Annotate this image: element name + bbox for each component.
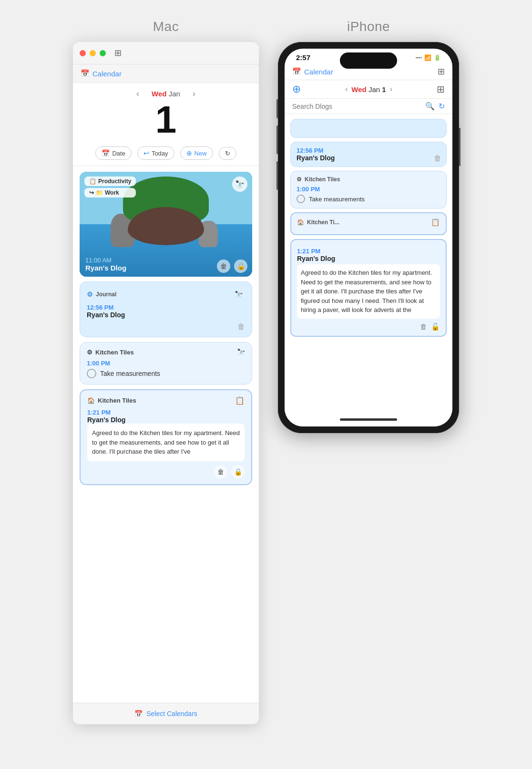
binoculars-icon[interactable]: 🔭 (232, 177, 247, 192)
today-button[interactable]: ↩ Today (137, 146, 174, 160)
new-button[interactable]: ⊕ New (180, 146, 213, 160)
iphone-date-display: Wed Jan 1 (351, 85, 386, 94)
lock-event-button[interactable]: 🔒 (234, 260, 247, 273)
iphone-date-nav: ‹ Wed Jan 1 › (345, 85, 392, 94)
note-actions: 🗑 🔒 (87, 465, 245, 478)
iphone-frame: 2:57 ···· 📶 🔋 📅 Calendar ⊞ ⊕ (278, 42, 459, 433)
iphone-note-actions: 🗑 🔓 (297, 322, 440, 331)
home-indicator (340, 418, 397, 421)
iphone-note-label: 🏠 Kitchen Ti... (297, 219, 339, 226)
iphone-note-copy-button[interactable]: 🔓 (431, 322, 440, 331)
power-button[interactable] (459, 128, 460, 166)
iphone-journal-title: Ryan's Dlog (297, 154, 440, 162)
mac-toolbar: 📅 Date ↩ Today ⊕ New ↻ (73, 143, 259, 166)
iphone-task-text: Take measurements (309, 196, 365, 203)
volume-down-button[interactable] (276, 161, 278, 190)
iphone-note-body: Agreed to do the Kitchen tiles for my ap… (297, 264, 440, 319)
note-card: 🏠 Kitchen Tiles 📋 1:21 PM Ryan's Dlog Ag… (80, 389, 252, 485)
iphone-main-note-card: 1:21 PM Ryan's Dlog Agreed to do the Kit… (290, 239, 447, 337)
iphone-events-list[interactable]: 12:56 PM Ryan's Dlog 🗑 ⚙ Kitchen Tiles 1… (285, 114, 452, 412)
delete-event-button[interactable]: 🗑 (217, 260, 230, 273)
iphone-search-row: 🔍 ↻ (285, 99, 452, 114)
minimize-button[interactable] (90, 50, 96, 56)
journal-text: Journal (96, 291, 116, 298)
note-copy-button[interactable]: 🔒 (231, 465, 245, 478)
journal-action-button[interactable]: 🔭 (232, 288, 245, 301)
day-label: Wed (152, 90, 166, 98)
iphone-grid-button[interactable]: ⊞ (437, 83, 445, 95)
note-category-label: 🏠 Kitchen Tiles (87, 397, 136, 404)
iphone-note-clipboard-icon: 📋 (431, 218, 440, 227)
select-calendars-label[interactable]: Select Calendars (146, 710, 197, 717)
new-icon: ⊕ (186, 149, 192, 157)
note-body: Agreed to do the Kitchen tiles for my ap… (87, 424, 245, 461)
journal-label: ⚙ Journal (87, 291, 116, 298)
iphone-search-icon: 🔍 (425, 102, 435, 111)
iphone-note-delete-button[interactable]: 🗑 (420, 322, 427, 331)
date-button[interactable]: 📅 Date (95, 146, 131, 160)
wifi-icon: 📶 (424, 54, 431, 61)
iphone-note-author: Ryan's Dlog (297, 255, 440, 262)
iphone-time: 2:57 (296, 53, 310, 62)
prev-date-button[interactable]: ‹ (133, 87, 143, 101)
journal-card: ⚙ Journal 🔭 12:56 PM Ryan's Dlog 🗑 (80, 281, 252, 337)
journal-delete-button[interactable]: 🗑 (237, 322, 245, 331)
note-home-icon: 🏠 (87, 397, 95, 404)
next-date-button[interactable]: › (189, 87, 199, 101)
iphone-note-header: 🏠 Kitchen Ti... 📋 (297, 218, 440, 227)
calendar-label: Calendar (92, 70, 122, 78)
journal-card-header: ⚙ Journal 🔭 (87, 288, 245, 301)
iphone-sidebar-button[interactable]: ⊞ (438, 66, 445, 77)
iphone-note-category: Kitchen Ti... (307, 219, 339, 226)
status-icons: ···· 📶 🔋 (416, 54, 441, 61)
note-category-text: Kitchen Tiles (98, 397, 136, 404)
note-right-icon: 📋 (235, 396, 245, 405)
calendar-icon: 📅 (81, 69, 90, 78)
iphone-search-input[interactable] (292, 103, 421, 110)
iphone-task-card: ⚙ Kitchen Tiles 1:00 PM Take measurement… (290, 171, 447, 208)
mute-button[interactable] (276, 99, 278, 118)
iphone-day: Wed (351, 85, 366, 94)
note-card-header: 🏠 Kitchen Tiles 📋 (87, 396, 245, 405)
productivity-icon: 📋 (89, 178, 96, 185)
iphone-title: iPhone (347, 19, 390, 34)
mac-events-list[interactable]: 📋 Productivity ↪ 📁 Work 🔭 11:00 AM Ryan'… (73, 166, 259, 703)
sidebar-toggle-icon[interactable]: ⊞ (114, 48, 122, 58)
productivity-badge: 📋 Productivity (84, 177, 136, 186)
iphone-cal-nav: ⊕ ‹ Wed Jan 1 › ⊞ (285, 80, 452, 99)
work-badge: ↪ 📁 Work (84, 188, 136, 197)
event-labels: 📋 Productivity ↪ 📁 Work (84, 177, 136, 197)
refresh-button[interactable]: ↻ (219, 147, 236, 160)
iphone-month: Jan (368, 85, 382, 94)
note-delete-button[interactable]: 🗑 (214, 465, 227, 478)
iphone-journal-delete-button[interactable]: 🗑 (434, 154, 441, 163)
maximize-button[interactable] (100, 50, 106, 56)
date-button-label: Date (112, 150, 125, 157)
iphone-prev-button[interactable]: ‹ (345, 85, 348, 94)
task-checkbox[interactable] (87, 369, 96, 378)
iphone-task-checkbox[interactable] (297, 195, 305, 203)
close-button[interactable] (80, 50, 86, 56)
iphone-task-header: ⚙ Kitchen Tiles (297, 176, 440, 183)
iphone-add-button[interactable]: ⊕ (292, 83, 301, 95)
iphone-note-time: 1:21 PM (297, 248, 440, 255)
iphone-task-category: Kitchen Tiles (305, 176, 340, 183)
iphone-task-icon: ⚙ (297, 176, 302, 183)
event-card-actions: 🗑 🔒 (217, 260, 247, 273)
iphone-next-button[interactable]: › (390, 85, 392, 94)
task-category-text: Kitchen Tiles (95, 349, 134, 356)
sub-icon: ↪ (89, 189, 94, 196)
iphone-section: iPhone 2:57 ···· 📶 🔋 📅 Calendar (278, 19, 459, 433)
date-display: Wed Jan (152, 90, 180, 98)
iphone-refresh-icon[interactable]: ↻ (439, 102, 445, 111)
date-number: 1 (155, 101, 177, 139)
calendar-grid-icon: 📅 (102, 149, 110, 157)
iphone-note-home-icon: 🏠 (297, 219, 304, 226)
mac-date-nav: ‹ Wed Jan › 1 (73, 83, 259, 143)
volume-up-button[interactable] (276, 125, 278, 154)
new-button-label: New (194, 150, 207, 157)
task-category-icon: ⚙ (87, 349, 92, 356)
event-card-image: 📋 Productivity ↪ 📁 Work 🔭 11:00 AM Ryan'… (80, 172, 252, 277)
refresh-icon: ↻ (225, 150, 230, 157)
iphone-partial-card (290, 119, 447, 138)
